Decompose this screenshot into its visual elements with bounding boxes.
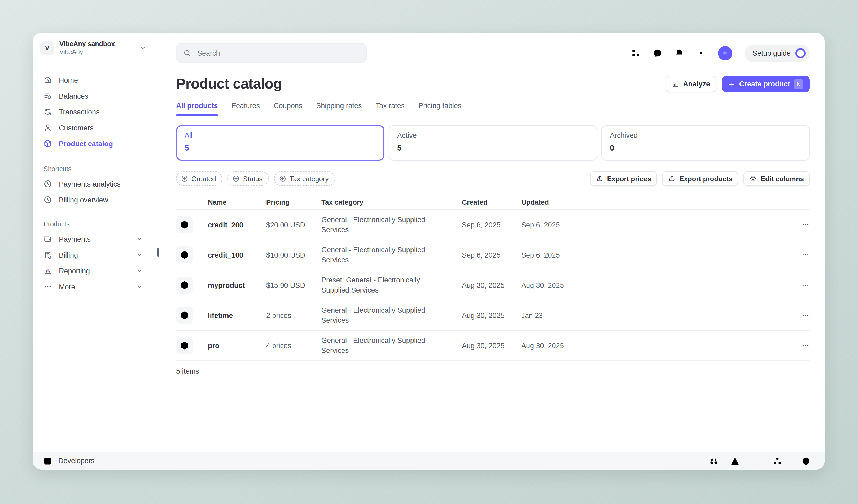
sidebar-item-payments[interactable]: Payments bbox=[40, 231, 146, 247]
row-menu-button[interactable] bbox=[791, 281, 810, 289]
product-updated: Jan 23 bbox=[521, 310, 791, 320]
notifications-icon[interactable] bbox=[674, 48, 684, 58]
summary-card-archived[interactable]: Archived 0 bbox=[601, 125, 810, 161]
product-tax-category: General - Electronically Supplied Servic… bbox=[321, 215, 462, 235]
export-prices-button[interactable]: Export prices bbox=[590, 171, 657, 186]
transactions-icon bbox=[44, 108, 52, 116]
table-row[interactable]: credit_200 $20.00 USD General - Electron… bbox=[176, 210, 810, 240]
package-icon bbox=[176, 216, 193, 233]
table-row[interactable]: myproduct $15.00 USD Preset: General - E… bbox=[176, 270, 810, 300]
export-icon bbox=[668, 175, 676, 182]
tab-coupons[interactable]: Coupons bbox=[274, 102, 302, 115]
product-name[interactable]: lifetime bbox=[208, 310, 266, 320]
filter-tax-category[interactable]: Tax category bbox=[274, 171, 335, 186]
export-products-button[interactable]: Export products bbox=[662, 171, 738, 186]
products-table: Name Pricing Tax category Created Update… bbox=[176, 194, 810, 361]
filter-label: Tax category bbox=[289, 175, 329, 182]
sidebar-item-customers[interactable]: Customers bbox=[40, 120, 146, 136]
workspace-switcher[interactable]: V VibeAny sandbox VibeAny bbox=[40, 40, 146, 56]
circle-plus-icon bbox=[181, 175, 188, 182]
webhook-icon[interactable] bbox=[773, 456, 782, 466]
summary-card-label: Active bbox=[397, 131, 589, 140]
tab-all-products[interactable]: All products bbox=[176, 102, 218, 115]
product-pricing: 4 prices bbox=[266, 341, 321, 351]
summary-card-label: Archived bbox=[610, 131, 801, 140]
workspace-name: VibeAny sandbox bbox=[59, 40, 133, 48]
tab-pricing-tables[interactable]: Pricing tables bbox=[418, 102, 461, 115]
sidebar-item-billing-overview[interactable]: Billing overview bbox=[40, 192, 146, 208]
filter-status[interactable]: Status bbox=[228, 171, 269, 186]
bottom-bar-icons bbox=[709, 456, 811, 466]
sidebar-item-product-catalog[interactable]: Product catalog bbox=[40, 136, 146, 151]
chevron-down-icon bbox=[136, 251, 143, 259]
settings-icon[interactable] bbox=[696, 48, 706, 58]
row-menu-button[interactable] bbox=[791, 341, 810, 350]
apps-icon[interactable] bbox=[631, 48, 640, 58]
sidebar-item-transactions[interactable]: Transactions bbox=[40, 104, 146, 120]
filter-created[interactable]: Created bbox=[176, 171, 222, 186]
items-count: 5 items bbox=[176, 367, 810, 375]
product-name[interactable]: myproduct bbox=[208, 280, 266, 290]
column-header-created: Created bbox=[462, 198, 521, 206]
analyze-button[interactable]: Analyze bbox=[666, 76, 716, 92]
developers-button[interactable]: Developers bbox=[43, 456, 95, 466]
clock-icon bbox=[44, 196, 52, 204]
summary-card-active[interactable]: Active 5 bbox=[389, 125, 597, 161]
tab-bar: All products Features Coupons Shipping r… bbox=[176, 102, 810, 116]
create-product-label: Create product bbox=[739, 80, 790, 88]
table-row[interactable]: credit_100 $10.00 USD General - Electron… bbox=[176, 240, 810, 270]
collapse-icon[interactable] bbox=[801, 456, 811, 466]
sidebar-item-billing[interactable]: Billing bbox=[40, 247, 146, 263]
sidebar-item-more[interactable]: More bbox=[40, 279, 146, 295]
add-button[interactable] bbox=[718, 46, 732, 60]
sidebar-nav: Home Balances Transactions Customers Pro… bbox=[40, 72, 146, 295]
table-row[interactable]: pro 4 prices General - Electronically Su… bbox=[176, 331, 810, 361]
tab-features[interactable]: Features bbox=[232, 102, 260, 115]
warning-icon[interactable] bbox=[730, 456, 740, 466]
sidebar-item-label: Transactions bbox=[59, 108, 100, 116]
tab-tax-rates[interactable]: Tax rates bbox=[376, 102, 405, 115]
sidebar-item-home[interactable]: Home bbox=[40, 72, 146, 88]
circle-plus-icon bbox=[233, 175, 240, 182]
sort-arrows-icon[interactable] bbox=[751, 456, 761, 466]
search-bar[interactable] bbox=[176, 44, 367, 63]
product-created: Sep 6, 2025 bbox=[462, 250, 521, 260]
bar-chart-icon bbox=[44, 266, 52, 275]
progress-ring-icon bbox=[795, 48, 806, 58]
table-row[interactable]: lifetime 2 prices General - Electronical… bbox=[176, 300, 810, 331]
tab-shipping-rates[interactable]: Shipping rates bbox=[316, 102, 362, 115]
text-cursor bbox=[158, 248, 159, 257]
row-menu-button[interactable] bbox=[791, 251, 810, 259]
product-name[interactable]: credit_200 bbox=[208, 220, 266, 230]
workspace-names: VibeAny sandbox VibeAny bbox=[59, 40, 133, 56]
package-icon bbox=[176, 246, 193, 263]
developers-label: Developers bbox=[58, 457, 95, 465]
product-name[interactable]: pro bbox=[208, 341, 266, 351]
row-menu-button[interactable] bbox=[791, 221, 810, 229]
sidebar-item-payments-analytics[interactable]: Payments analytics bbox=[40, 176, 146, 192]
main-content: Setup guide Product catalog Analyze Crea… bbox=[154, 33, 825, 452]
dashboard-window: V VibeAny sandbox VibeAny Home Balances bbox=[33, 33, 825, 470]
products-section-label: Products bbox=[40, 221, 146, 228]
product-tax-category: General - Electronically Supplied Servic… bbox=[321, 336, 462, 356]
create-product-button[interactable]: Create product N bbox=[722, 76, 810, 92]
summary-card-all[interactable]: All 5 bbox=[176, 125, 384, 161]
binoculars-icon[interactable] bbox=[709, 456, 718, 466]
sidebar-item-balances[interactable]: Balances bbox=[40, 88, 146, 104]
chevron-down-icon bbox=[136, 235, 143, 243]
help-icon[interactable] bbox=[653, 48, 662, 58]
row-menu-button[interactable] bbox=[791, 311, 810, 320]
product-updated: Sep 6, 2025 bbox=[521, 250, 791, 260]
setup-guide-button[interactable]: Setup guide bbox=[745, 44, 810, 62]
product-name[interactable]: credit_100 bbox=[208, 250, 266, 260]
edit-columns-button[interactable]: Edit columns bbox=[744, 171, 810, 186]
topbar: Setup guide bbox=[176, 44, 810, 63]
product-created: Aug 30, 2025 bbox=[462, 310, 521, 320]
product-pricing: $20.00 USD bbox=[266, 220, 321, 230]
analyze-chart-icon bbox=[672, 80, 679, 88]
sidebar-item-reporting[interactable]: Reporting bbox=[40, 263, 146, 279]
search-input[interactable] bbox=[196, 48, 360, 58]
topbar-icons: Setup guide bbox=[631, 44, 810, 62]
sidebar-item-label: Product catalog bbox=[59, 140, 113, 148]
product-tax-category: Preset: General - Electronically Supplie… bbox=[321, 275, 462, 295]
